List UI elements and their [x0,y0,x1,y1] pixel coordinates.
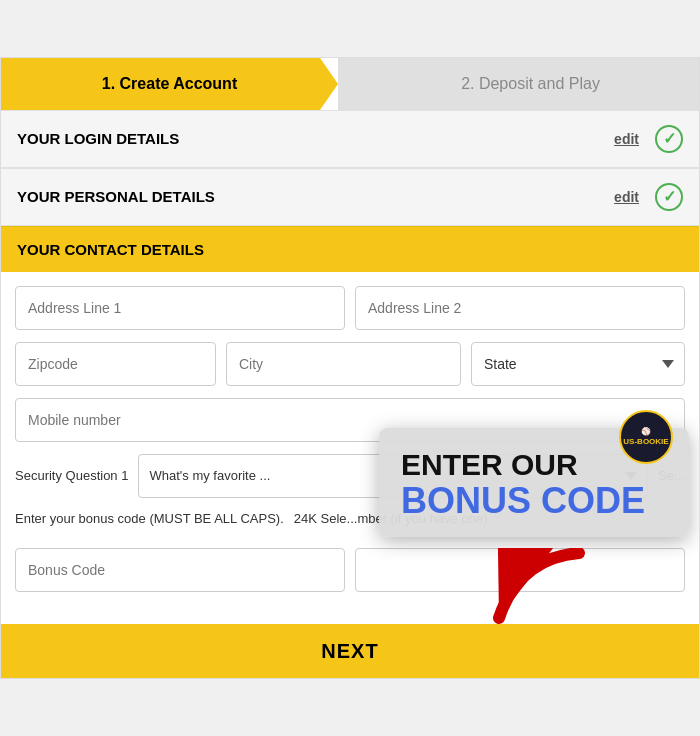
personal-edit-link[interactable]: edit [614,189,639,205]
contact-details-label: YOUR CONTACT DETAILS [17,241,204,258]
zip-city-state-row: State Alabama Alaska Arizona California … [15,342,685,386]
us-bookie-logo: ⚾US-BOOKIE [619,410,673,464]
address-line2-input[interactable] [355,286,685,330]
red-arrow [479,548,599,642]
personal-details-section: YOUR PERSONAL DETAILS edit ✓ [1,168,699,225]
zipcode-input[interactable] [15,342,216,386]
bonus-code-overlay: ⚾US-BOOKIE ENTER OUR BONUS CODE [379,428,689,537]
step-2-label: 2. Deposit and Play [461,75,600,93]
address-line1-input[interactable] [15,286,345,330]
step-2-tab: 2. Deposit and Play [338,58,699,110]
step-1-label: 1. Create Account [102,75,237,93]
login-checkmark: ✓ [655,125,683,153]
step-1-tab[interactable]: 1. Create Account [1,58,338,110]
bonus-code-input[interactable] [15,548,345,592]
personal-checkmark: ✓ [655,183,683,211]
contact-details-header: YOUR CONTACT DETAILS [1,226,699,272]
login-details-label: YOUR LOGIN DETAILS [17,130,179,147]
address-row [15,286,685,330]
city-input[interactable] [226,342,461,386]
bonus-instructions: Enter your bonus code (MUST BE ALL CAPS)… [15,510,284,528]
login-details-section: YOUR LOGIN DETAILS edit ✓ [1,110,699,167]
overlay-line2: BONUS CODE [401,481,667,521]
state-select[interactable]: State Alabama Alaska Arizona California … [471,342,685,386]
security-q1-label: Security Question 1 [15,468,128,483]
login-edit-link[interactable]: edit [614,131,639,147]
personal-details-label: YOUR PERSONAL DETAILS [17,188,215,205]
